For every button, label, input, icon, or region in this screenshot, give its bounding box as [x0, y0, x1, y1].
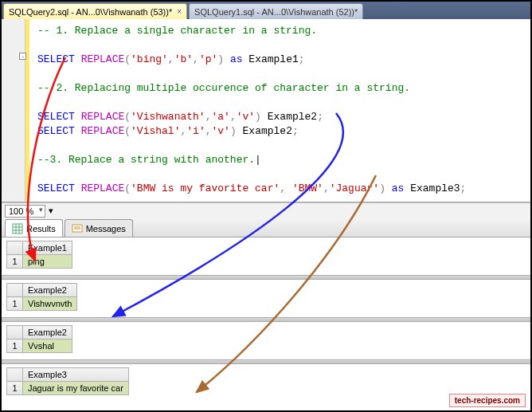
- grid-separator[interactable]: [2, 275, 530, 280]
- row-number[interactable]: 1: [7, 382, 23, 395]
- results-tab-strip: Results Messages: [2, 218, 530, 237]
- col-header[interactable]: Example1: [23, 241, 72, 255]
- result-grid-2[interactable]: Example2 1Vishwvnvth: [6, 283, 77, 311]
- row-number[interactable]: 1: [7, 297, 23, 311]
- row-number[interactable]: 1: [7, 255, 23, 269]
- tab-label: SQLQuery1.sql - AN...0\Vishwanath (52))*: [194, 7, 358, 17]
- corner-cell: [7, 326, 23, 339]
- corner-cell: [7, 241, 23, 255]
- svg-rect-0: [13, 224, 22, 233]
- tab-sqlquery1[interactable]: SQLQuery1.sql - AN...0\Vishwanath (52))*: [189, 3, 363, 19]
- tab-results[interactable]: Results: [5, 219, 63, 237]
- editor-text[interactable]: -- 1. Replace a single character in a st…: [29, 19, 530, 202]
- grid-separator[interactable]: [2, 359, 530, 364]
- col-header[interactable]: Example2: [23, 326, 72, 339]
- corner-cell: [7, 368, 23, 382]
- cell-value[interactable]: Vvshal: [23, 339, 72, 353]
- tab-label: SQLQuery2.sql - AN...0\Vishwanath (53))*: [9, 7, 172, 17]
- grid-separator[interactable]: [2, 317, 530, 322]
- doc-tab-strip: SQLQuery2.sql - AN...0\Vishwanath (53))*…: [2, 2, 530, 19]
- result-grid-4[interactable]: Example3 1Jaguar is my favorite car: [6, 367, 129, 395]
- zoom-combo[interactable]: 100 %: [5, 205, 45, 218]
- col-header[interactable]: Example3: [23, 368, 129, 382]
- result-grid-1[interactable]: Example1 1ping: [6, 241, 72, 269]
- cell-value[interactable]: Vishwvnvth: [23, 297, 77, 311]
- editor-gutter: [2, 19, 25, 202]
- col-header[interactable]: Example2: [23, 284, 77, 297]
- tab-label: Results: [26, 224, 56, 233]
- results-panel: Example1 1ping Example2 1Vishwvnvth Exam…: [2, 237, 530, 409]
- dash-icon: ▾: [49, 206, 53, 216]
- watermark: tech-recipes.com: [449, 394, 526, 407]
- zoom-bar: 100 % ▾: [2, 202, 530, 218]
- row-number[interactable]: 1: [7, 339, 23, 353]
- grid-icon: [12, 223, 23, 234]
- result-grid-3[interactable]: Example2 1Vvshal: [6, 325, 72, 353]
- messages-icon: [72, 223, 83, 234]
- close-icon[interactable]: ×: [177, 7, 182, 16]
- collapse-toggle-icon[interactable]: -: [19, 53, 26, 60]
- cell-value[interactable]: Jaguar is my favorite car: [23, 382, 129, 395]
- tab-sqlquery2[interactable]: SQLQuery2.sql - AN...0\Vishwanath (53))*…: [3, 3, 187, 19]
- tab-label: Messages: [86, 224, 126, 233]
- corner-cell: [7, 284, 23, 297]
- code-editor[interactable]: - -- 1. Replace a single character in a …: [2, 19, 530, 202]
- cell-value[interactable]: ping: [23, 255, 72, 269]
- tab-messages[interactable]: Messages: [65, 219, 133, 237]
